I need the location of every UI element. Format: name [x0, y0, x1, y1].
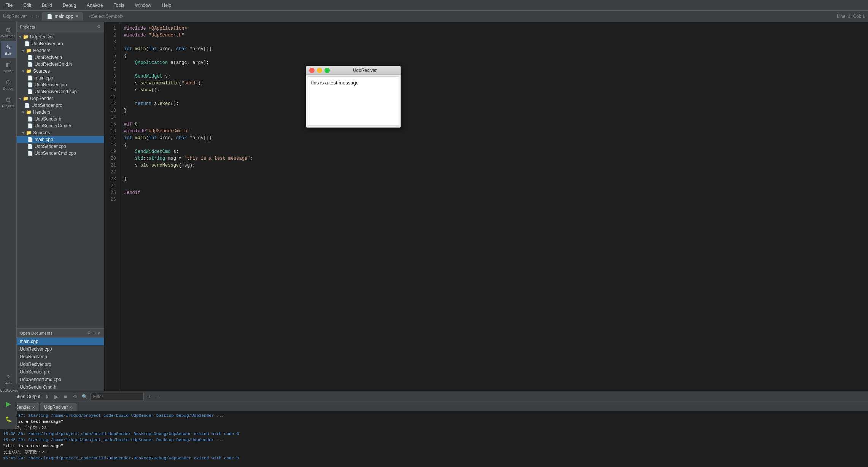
tab-close-icon[interactable]: ✕ — [75, 14, 78, 18]
tree-item-udpreciver[interactable]: ▼ 📁 UdpReciver — [17, 33, 104, 40]
open-doc-udpreciver-cpp[interactable]: UdpReciver.cpp — [17, 345, 104, 353]
title-bar: UdpReciver ◁ ▷ 📄 main.cpp ✕ <Select Symb… — [0, 11, 868, 22]
project-header: Projects ⚙ — [17, 22, 104, 32]
menu-analyze[interactable]: Analyze — [84, 2, 105, 9]
file-icon-4: 📄 — [27, 75, 33, 81]
tree-item-udpsendercmd-cpp[interactable]: 📄 UdpSenderCmd.cpp — [17, 150, 104, 157]
tree-label-headers: Headers — [33, 48, 50, 53]
tree-label-udpreciver-pro: UdpReciver.pro — [32, 41, 63, 46]
project-settings-icon[interactable]: ⚙ — [97, 24, 101, 29]
select-symbol-dropdown[interactable]: <Select Symbol> — [89, 14, 124, 19]
left-run-panel: UdpReciver ▶ 🐛 — [0, 384, 17, 429]
editor-area[interactable]: 12345 678910 1112131415 1617181920 21222… — [104, 22, 868, 391]
menu-edit[interactable]: Edit — [21, 2, 33, 9]
tree-item-udpreciver-h[interactable]: 📄 UdpReciver.h — [17, 54, 104, 61]
tree-item-headers2[interactable]: ▼ 📁 Headers — [17, 109, 104, 116]
nav-back[interactable]: ◁ — [30, 14, 33, 18]
open-docs-settings-icon[interactable]: ⚙ — [87, 330, 91, 335]
open-doc-udpreciver-h[interactable]: UdpReciver.h — [17, 353, 104, 361]
output-run-icon[interactable]: ▶ — [53, 393, 60, 400]
output-tab-udpsender-close[interactable]: ✕ — [32, 405, 35, 410]
tree-label-sources: Sources — [33, 68, 50, 74]
open-docs-close-icon[interactable]: ✕ — [97, 330, 101, 335]
udp-reciver-dialog[interactable]: UdpReciver this is a test message — [306, 66, 401, 128]
filter-input[interactable] — [91, 393, 144, 400]
main-layout: ⊞ Welcome ✎ Edit ◧ Design ⬡ Debug ⊟ Proj… — [0, 22, 868, 391]
folder-icon-3: 📁 — [26, 68, 32, 74]
output-toolbar: Application Output ⬇ ▶ ■ ⚙ 🔍 + − — [0, 391, 868, 402]
menu-tools[interactable]: Tools — [111, 2, 127, 9]
code-editor[interactable]: #include <QApplication> #include "UdpSen… — [119, 22, 868, 391]
open-docs-title: Open Documents — [20, 331, 52, 335]
output-remove-icon[interactable]: − — [155, 393, 161, 400]
tree-item-udpsender-h[interactable]: 📄 UdpSender.h — [17, 116, 104, 122]
open-doc-udpsendercmd-h[interactable]: UdpSenderCmd.h — [17, 383, 104, 391]
tree-label-udpreciver-cpp: UdpReciver.cpp — [35, 82, 67, 87]
tree-item-sources2[interactable]: ▼ 📁 Sources — [17, 129, 104, 136]
tree-item-udpreceivercmd-h[interactable]: 📄 UdpReciverCmd.h — [17, 61, 104, 68]
projects-label: Projects — [2, 104, 14, 108]
output-tab-udpreciver[interactable]: UdpReciver ✕ — [40, 403, 77, 411]
file-icon-5: 📄 — [27, 82, 33, 87]
output-add-icon[interactable]: + — [147, 393, 152, 400]
tree-item-udpreciver-cpp[interactable]: 📄 UdpReciver.cpp — [17, 81, 104, 88]
open-doc-main-cpp[interactable]: main.cpp — [17, 338, 104, 345]
run-button[interactable]: ▶ — [2, 397, 15, 411]
tree-item-udpreceivercmd-cpp[interactable]: 📄 UdpReciverCmd.cpp — [17, 88, 104, 95]
tree-item-udpreciver-pro[interactable]: 📄 UdpReciver.pro — [17, 40, 104, 47]
output-line-1: 15:35:37: Starting /home/lrkqcd/project_… — [3, 413, 865, 419]
main-tab[interactable]: 📄 main.cpp ✕ — [42, 12, 83, 21]
debug-run-button[interactable]: 🐛 — [2, 412, 15, 426]
nav-forward[interactable]: ▷ — [36, 14, 39, 18]
output-settings-icon[interactable]: ⚙ — [72, 393, 79, 400]
open-docs-header: Open Documents ⚙ ⊞ ✕ — [17, 329, 104, 338]
dialog-title: UdpReciver — [332, 68, 397, 73]
sidebar-item-welcome[interactable]: ⊞ Welcome — [1, 24, 16, 40]
edit-icon: ✎ — [5, 43, 12, 51]
menu-debug[interactable]: Debug — [60, 2, 78, 9]
tree-label-udpsender: UdpSender — [30, 96, 53, 101]
open-docs-split-icon[interactable]: ⊞ — [92, 330, 96, 335]
output-line-7: "this is a test message" — [3, 443, 865, 449]
sidebar-item-edit[interactable]: ✎ Edit — [1, 41, 16, 58]
menu-build[interactable]: Build — [40, 2, 54, 9]
menu-file[interactable]: File — [3, 2, 15, 9]
open-doc-udpreciver-pro[interactable]: UdpReciver.pro — [17, 361, 104, 368]
tab-icon: 📄 — [47, 14, 52, 19]
open-doc-udpsender-pro[interactable]: UdpSender.pro — [17, 368, 104, 376]
project-panel: Projects ⚙ ▼ 📁 UdpReciver 📄 UdpReciver.p… — [17, 22, 104, 328]
file-icon-7: 📄 — [24, 103, 30, 108]
menu-help[interactable]: Help — [160, 2, 174, 9]
file-icon-12: 📄 — [27, 151, 33, 156]
tree-item-main-cpp2[interactable]: 📄 main.cpp — [17, 136, 104, 143]
dialog-message: this is a test message — [311, 80, 359, 86]
sidebar-item-projects[interactable]: ⊟ Projects — [1, 94, 16, 110]
code-container[interactable]: 12345 678910 1112131415 1617181920 21222… — [104, 22, 868, 391]
output-line-2: "this is a test message" — [3, 419, 865, 425]
menu-window[interactable]: Window — [133, 2, 154, 9]
tree-item-udpsender-cpp[interactable]: 📄 UdpSender.cpp — [17, 143, 104, 150]
tree-item-udpsender-pro[interactable]: 📄 UdpSender.pro — [17, 102, 104, 109]
sidebar-item-design[interactable]: ◧ Design — [1, 59, 16, 75]
output-tab-udpreciver-close[interactable]: ✕ — [69, 405, 72, 410]
file-icon-3: 📄 — [27, 62, 33, 67]
open-docs-list: main.cpp UdpReciver.cpp UdpReciver.h Udp… — [17, 338, 104, 391]
tree-item-sources[interactable]: ▼ 📁 Sources — [17, 68, 104, 75]
tree-item-udpsendercmd-h[interactable]: 📄 UdpSenderCmd.h — [17, 122, 104, 129]
tree-item-main-cpp[interactable]: 📄 main.cpp — [17, 75, 104, 81]
project-dropdown-label[interactable]: UdpReciver — [3, 14, 27, 19]
output-scroll-down-icon[interactable]: ⬇ — [43, 393, 50, 400]
tree-label-main-cpp2: main.cpp — [35, 137, 53, 142]
tree-item-udpsender[interactable]: ▼ 📁 UdpSender — [17, 95, 104, 102]
tree-label-udpreceivercmd-cpp: UdpReciverCmd.cpp — [35, 89, 77, 94]
dialog-close-button[interactable] — [309, 68, 315, 73]
output-stop-icon[interactable]: ■ — [63, 393, 68, 400]
dialog-maximize-button[interactable] — [324, 68, 330, 73]
open-doc-udpsendercmd-cpp[interactable]: UdpSenderCmd.cpp — [17, 376, 104, 383]
dialog-minimize-button[interactable] — [317, 68, 322, 73]
tree-label-udpsendercmd-h: UdpSenderCmd.h — [35, 123, 71, 129]
output-content[interactable]: 15:35:37: Starting /home/lrkqcd/project_… — [0, 411, 868, 467]
tree-label-udpsendercmd-cpp: UdpSenderCmd.cpp — [35, 151, 76, 156]
sidebar-item-debug[interactable]: ⬡ Debug — [1, 76, 16, 93]
tree-item-headers[interactable]: ▼ 📁 Headers — [17, 47, 104, 54]
